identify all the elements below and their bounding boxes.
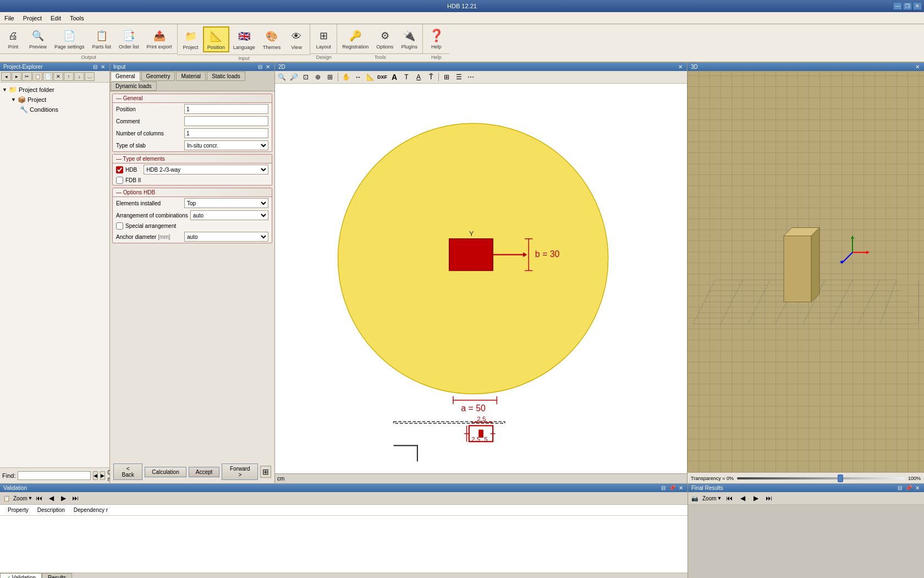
zoom-box-btn[interactable]: ⊕	[312, 72, 323, 82]
expand-button[interactable]: ⊞	[260, 466, 271, 478]
num-columns-input[interactable]	[184, 128, 268, 138]
2d-close-btn[interactable]: ✕	[677, 64, 684, 70]
toolbar-themes[interactable]: 🎨 Themes	[259, 27, 285, 52]
special-arrangement-checkbox[interactable]	[116, 222, 123, 230]
accept-button[interactable]: Accept	[189, 467, 220, 477]
fr-float-btn[interactable]: ⊟	[897, 485, 903, 491]
find-input[interactable]	[18, 471, 91, 480]
3d-close-btn[interactable]: ✕	[914, 64, 921, 70]
toolbar-position[interactable]: 📐 Position	[203, 26, 229, 52]
toolbar-language[interactable]: 🇬🇧 Language	[229, 27, 259, 52]
tree-btn-down[interactable]: ↓	[74, 72, 84, 81]
toolbar-registration[interactable]: 🔑 Registration	[338, 26, 372, 51]
close-button[interactable]: ✕	[913, 2, 922, 10]
elements-installed-select[interactable]: Top	[184, 198, 268, 208]
dimension-btn[interactable]: 📐	[365, 72, 376, 82]
results-cam-btn[interactable]: 📷	[689, 493, 700, 503]
text-btn-a2[interactable]: A	[413, 72, 424, 82]
anchor-diameter-select[interactable]: auto	[184, 232, 268, 242]
toolbar-help[interactable]: ❓ Help	[424, 26, 448, 51]
grid-btn[interactable]: ⊞	[324, 72, 336, 82]
find-next-btn[interactable]: ▶	[100, 471, 105, 480]
toolbar-print-export[interactable]: 📤 Print export	[143, 26, 176, 51]
zoom-fit-btn[interactable]: ⊡	[300, 72, 311, 82]
toolbar-preview[interactable]: 🔍 Preview	[25, 26, 51, 51]
toolbar-plugins[interactable]: 🔌 Plugins	[397, 26, 421, 51]
hdb-checkbox[interactable]	[116, 166, 123, 173]
tab-material[interactable]: Material	[176, 72, 206, 81]
menu-edit[interactable]: Edit	[46, 14, 65, 23]
calculation-button[interactable]: Calculation	[145, 467, 186, 477]
results-zoom-arrow[interactable]: ▼	[717, 495, 722, 501]
pe-float-btn[interactable]: ⊟	[92, 64, 98, 70]
pe-close-btn[interactable]: ✕	[100, 64, 106, 70]
slab-type-select[interactable]: In-situ concr.	[184, 140, 268, 150]
toolbar-order-list[interactable]: 📑 Order list	[115, 26, 143, 51]
tab-general[interactable]: General	[111, 72, 140, 81]
tree-btn-up[interactable]: ↑	[64, 72, 74, 81]
toolbar-project[interactable]: 📁 Project	[179, 27, 203, 52]
tree-btn-del[interactable]: ✕	[53, 72, 63, 81]
fr-pin-btn[interactable]: 📌	[904, 485, 913, 491]
menu-file[interactable]: File	[0, 14, 19, 23]
validation-pin-btn[interactable]: 📌	[668, 485, 676, 491]
toolbar-view[interactable]: 👁 View	[284, 27, 309, 52]
tab-static-loads[interactable]: Static loads	[207, 72, 245, 81]
dxf-btn[interactable]: DXF	[377, 72, 388, 82]
tree-btn-2[interactable]: ▸	[12, 72, 21, 81]
position-input[interactable]	[184, 104, 268, 114]
val-nav-start[interactable]: ⏮	[34, 493, 45, 503]
results-nav-next[interactable]: ▶	[750, 493, 761, 503]
tree-btn-more[interactable]: …	[85, 72, 95, 81]
zoom-dropdown-arrow[interactable]: ▼	[28, 495, 33, 501]
validation-float-btn[interactable]: ⊟	[660, 485, 667, 491]
text-btn-t1[interactable]: T	[401, 72, 412, 82]
zoom-in-btn[interactable]: 🔍	[276, 72, 287, 82]
arrangement-select[interactable]: auto	[190, 210, 268, 220]
select-btn[interactable]: ↔	[353, 72, 364, 82]
input-float-btn[interactable]: ⊟	[257, 64, 263, 70]
val-nav-end[interactable]: ⏭	[70, 493, 81, 503]
forward-button[interactable]: Forward >	[222, 464, 258, 480]
tree-item-root[interactable]: ▼ 📁 Project folder	[2, 85, 107, 95]
input-close-btn[interactable]: ✕	[265, 64, 271, 70]
val-nav-prev[interactable]: ◀	[46, 493, 57, 503]
hdb-type-select[interactable]: HDB 2-/3-way	[144, 165, 268, 175]
tab-dynamic-loads[interactable]: Dynamic loads	[111, 81, 157, 91]
toolbar-options[interactable]: ⚙ Options	[372, 26, 397, 51]
pan-btn[interactable]: ✋	[340, 72, 351, 82]
restore-button[interactable]: ❐	[903, 2, 912, 10]
more-btn[interactable]: ⋯	[465, 72, 476, 82]
toolbar-print[interactable]: 🖨 Print	[1, 26, 25, 51]
results-nav-end[interactable]: ⏭	[763, 493, 774, 503]
val-nav-next[interactable]: ▶	[58, 493, 69, 503]
minimize-button[interactable]: —	[893, 2, 902, 10]
zoom-out-btn[interactable]: 🔎	[288, 72, 299, 82]
validation-close-btn[interactable]: ✕	[678, 485, 684, 491]
tree-btn-scissors[interactable]: ✂	[22, 72, 32, 81]
find-prev-btn[interactable]: ◀	[93, 471, 98, 480]
text-btn-t2[interactable]: T̄	[425, 72, 436, 82]
results-nav-prev[interactable]: ◀	[737, 493, 748, 503]
tree-btn-copy[interactable]: 📋	[32, 72, 42, 81]
back-button[interactable]: < Back	[113, 464, 142, 480]
text-btn-a[interactable]: A	[389, 72, 400, 82]
display-btn[interactable]: ☰	[453, 72, 464, 82]
tree-item-conditions[interactable]: 🔧 Conditions	[2, 105, 107, 114]
fdb2-checkbox[interactable]	[116, 177, 123, 184]
tree-btn-1[interactable]: ◂	[1, 72, 11, 81]
val-tab-validation[interactable]: ✓ Validation	[0, 573, 42, 578]
menu-tools[interactable]: Tools	[65, 14, 89, 23]
tree-item-project[interactable]: ▼ 📦 Project	[2, 95, 107, 105]
fr-close-btn[interactable]: ✕	[914, 485, 921, 491]
tree-btn-paste[interactable]: 📄	[43, 72, 53, 81]
val-toolbar-btn-1[interactable]: 📋	[1, 493, 12, 503]
menu-project[interactable]: Project	[19, 14, 46, 23]
val-tab-results[interactable]: Results	[42, 573, 72, 578]
toolbar-page-settings[interactable]: 📄 Page settings	[51, 26, 89, 51]
results-nav-start[interactable]: ⏮	[724, 493, 735, 503]
comment-input[interactable]	[184, 116, 268, 126]
transparency-slider-thumb[interactable]	[838, 475, 843, 482]
view-options-btn[interactable]: ⊞	[441, 72, 452, 82]
toolbar-parts-list[interactable]: 📋 Parts list	[89, 26, 116, 51]
